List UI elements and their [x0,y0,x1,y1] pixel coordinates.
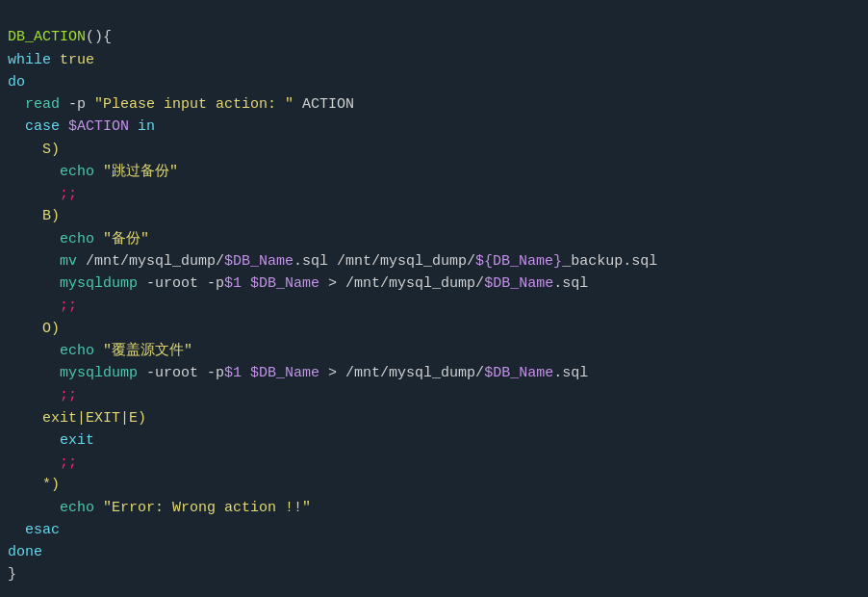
keyword-exit: exit [60,432,94,449]
code-text [94,500,103,516]
indent4 [8,298,60,314]
code-text [94,164,103,180]
code-text [94,231,103,247]
code-text [51,52,60,68]
keyword-true: true [60,52,94,68]
cmd-echo3: echo [60,343,94,359]
keyword-done: done [8,544,42,560]
indent4 [8,343,60,359]
var-dbname5: $DB_Name [250,365,319,381]
indent4 [8,186,60,202]
code-text [242,275,250,292]
case-o: O) [42,321,60,337]
str-overwrite: "覆盖源文件" [103,343,192,359]
code-text [60,118,68,135]
code-text [94,343,103,359]
code-text: /mnt/mysql_dump/ [77,253,224,270]
code-text: .sql [553,275,588,292]
indent4 [8,231,60,247]
semicolons4: ;; [60,454,77,471]
indent2 [8,522,25,538]
keyword-while: while [8,52,51,68]
code-display: DB_ACTION(){ while true do read -p "Plea… [0,0,868,590]
var-dbname1: $DB_Name [224,253,294,270]
closing-brace: } [8,566,16,583]
semicolons2: ;; [60,298,77,314]
code-text: -p [60,96,94,113]
var-dbname3: $DB_Name [250,275,319,292]
code-text [129,118,138,135]
indent3 [8,477,42,493]
code-text: ACTION [294,96,354,113]
cmd-mysqldump2: mysqldump [60,365,138,381]
cmd-echo2: echo [60,231,94,247]
indent3 [8,208,42,224]
semicolons3: ;; [60,387,77,403]
case-b: B) [42,208,60,224]
var-dbname4: $DB_Name [484,275,553,292]
code-text: > /mnt/mysql_dump/ [319,275,484,292]
indent3 [8,142,42,158]
case-exit: exit|EXIT|E) [42,410,146,427]
var-2: $1 [224,365,242,381]
keyword-case: case [25,118,60,135]
code-text: > /mnt/mysql_dump/ [319,365,484,381]
cmd-read: read [25,96,60,113]
indent4 [8,164,60,180]
function-name: DB_ACTION [8,29,86,45]
code-text: _backup.sql [562,253,657,270]
code-text [242,365,250,381]
str-error: "Error: Wrong action !!" [103,500,311,516]
code-text: -uroot -p [138,275,224,292]
str-backup: "备份" [103,231,149,247]
indent [8,96,25,113]
case-star: *) [42,477,60,493]
indent4 [8,500,60,516]
indent [8,118,25,135]
semicolons1: ;; [60,186,77,202]
code-text: (){ [86,29,112,45]
indent4 [8,454,60,471]
cmd-echo4: echo [60,500,94,516]
var-action: $ACTION [68,118,129,135]
keyword-in: in [138,118,155,135]
indent4 [8,432,60,449]
var-dbname2: ${DB_Name} [475,253,562,270]
var-dbname6: $DB_Name [484,365,553,381]
case-s: S) [42,142,60,158]
code-text: -uroot -p [138,365,224,381]
code-text: .sql /mnt/mysql_dump/ [294,253,475,270]
cmd-mysqldump1: mysqldump [60,275,138,292]
cmd-echo1: echo [60,164,94,180]
cmd-mv: mv [60,253,77,270]
indent3 [8,410,42,427]
indent4 [8,253,60,270]
code-text: .sql [553,365,588,381]
indent3 [8,321,42,337]
indent4 [8,365,60,381]
str-skip: "跳过备份" [103,164,178,180]
keyword-do: do [8,74,25,91]
string-prompt: "Please input action: " [94,96,294,113]
indent4 [8,387,60,403]
keyword-esac: esac [25,522,60,538]
var-1: $1 [224,275,242,292]
indent4 [8,275,60,292]
